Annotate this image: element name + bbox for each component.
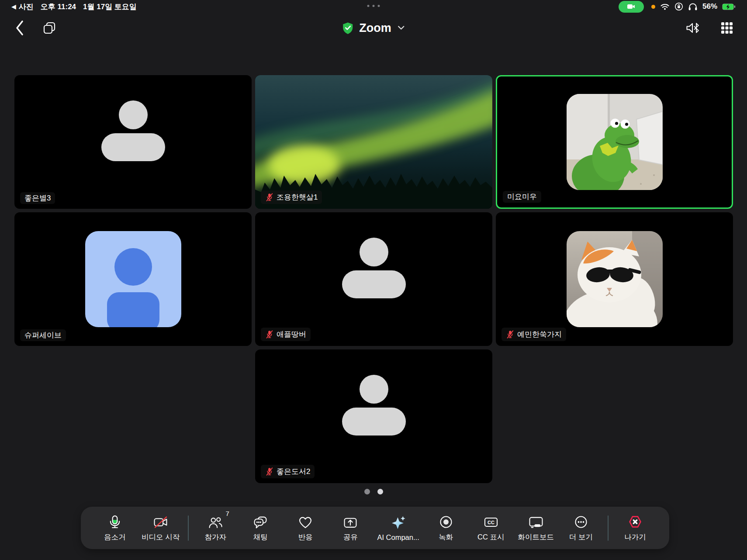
camera-in-use-pill[interactable] [619, 1, 644, 13]
video-off-icon [153, 514, 169, 529]
closed-captions-button[interactable]: CC CC 표시 [473, 514, 509, 542]
ai-companion-button[interactable]: AI Compan... [377, 515, 419, 542]
start-video-button[interactable]: 비디오 시작 [142, 514, 180, 542]
toolbar-label: 공유 [343, 532, 358, 542]
avatar-silhouette [94, 99, 173, 164]
participant-name-tag: 조용한햇살1 [261, 190, 322, 204]
back-to-app-label: 사진 [19, 2, 34, 12]
multitask-dots-indicator [367, 5, 380, 7]
participant-tile[interactable]: 좋은별3 [14, 75, 252, 209]
ai-sparkle-icon [391, 515, 406, 530]
chevron-down-icon [397, 25, 405, 31]
muted-mic-icon [506, 330, 514, 339]
back-button[interactable] [14, 19, 24, 37]
record-icon [439, 514, 453, 529]
whiteboard-button[interactable]: 화이트보드 [518, 514, 554, 542]
participant-tile[interactable]: 조용한햇살1 [255, 75, 492, 209]
microphone-icon [108, 514, 121, 529]
leave-button[interactable]: 나가기 [617, 514, 654, 542]
toolbar-label: 화이트보드 [518, 532, 554, 542]
participant-name-tag: 예민한쑥가지 [501, 328, 566, 341]
orientation-lock-icon [674, 2, 683, 11]
date: 1월 17일 토요일 [83, 2, 137, 12]
meeting-nav-bar: Zoom [0, 13, 747, 43]
battery-percent-label: 56% [702, 2, 717, 11]
battery-charging-icon [722, 3, 736, 10]
toolbar-label: AI Compan... [377, 533, 419, 542]
status-bar: ◀ 사진 오후 11:24 1월 17일 토요일 [0, 0, 747, 13]
meeting-title-dropdown[interactable]: Zoom [342, 13, 405, 43]
cc-icon: CC [483, 514, 499, 529]
participant-name: 애플땅버 [277, 331, 306, 338]
participants-button[interactable]: 7 참가자 [197, 514, 234, 542]
participant-name: 좋은별3 [24, 194, 51, 202]
profile-image-blue-avatar [85, 231, 181, 327]
participants-icon: 7 [208, 514, 223, 529]
participant-name-tag: 좋은도서2 [261, 465, 315, 478]
toolbar-label: 비디오 시작 [142, 532, 180, 542]
encryption-shield-icon [342, 22, 353, 34]
leave-hexagon-icon [628, 514, 643, 529]
chat-icon [253, 514, 268, 529]
chevron-left-icon [14, 19, 24, 37]
muted-mic-icon [265, 193, 273, 202]
video-grid: 좋은별3 [14, 75, 733, 483]
toolbar-label: 채팅 [253, 532, 268, 542]
back-to-app-icon: ◀ [11, 3, 16, 10]
participants-count-badge: 7 [225, 510, 229, 517]
share-icon [342, 514, 358, 529]
avatar-silhouette [335, 373, 413, 439]
record-button[interactable]: 녹화 [428, 514, 464, 542]
overlapping-windows-icon [42, 21, 57, 35]
meeting-title: Zoom [359, 21, 391, 35]
toolbar-label: 반응 [298, 532, 313, 542]
participant-name: 조용한햇살1 [277, 194, 318, 201]
participant-name: 예민한쑥가지 [517, 331, 562, 338]
more-button[interactable]: 더 보기 [563, 514, 599, 542]
view-layout-button[interactable] [721, 22, 733, 34]
participant-tile-active-speaker[interactable]: 미요미우 [496, 75, 733, 209]
clock: 오후 11:24 [41, 2, 76, 12]
participant-tile[interactable]: 슈퍼세이브 [14, 212, 252, 346]
multi-window-button[interactable] [42, 21, 57, 35]
grid-view-icon [721, 22, 733, 34]
participant-name: 슈퍼세이브 [24, 332, 62, 339]
participant-name-tag: 슈퍼세이브 [20, 329, 66, 341]
muted-mic-icon [265, 330, 273, 339]
aurora-video-feed [255, 75, 492, 209]
audio-output-button[interactable] [685, 21, 702, 35]
participant-name-tag: 좋은별3 [20, 192, 55, 204]
participant-tile[interactable]: 애플땅버 [255, 212, 492, 346]
page-dot-1[interactable] [364, 489, 370, 494]
participant-tile[interactable]: 예민한쑥가지 [496, 212, 733, 346]
toolbar-label: 음소거 [104, 532, 126, 542]
profile-image-kermit [567, 94, 663, 190]
toolbar-label: 녹화 [439, 532, 453, 542]
back-to-app-indicator[interactable]: ◀ 사진 [11, 2, 34, 12]
speaker-bluetooth-icon [685, 21, 702, 35]
chat-button[interactable]: 채팅 [242, 514, 279, 542]
muted-mic-icon [265, 467, 273, 476]
wifi-icon [660, 3, 670, 10]
reactions-button[interactable]: 반응 [287, 514, 324, 542]
participant-name-tag: 애플땅버 [261, 328, 311, 341]
page-indicator[interactable] [0, 489, 747, 494]
whiteboard-icon [528, 514, 544, 529]
meeting-toolbar: 음소거 비디오 시작 7 참가자 [81, 507, 669, 549]
toolbar-label: 나가기 [624, 532, 646, 542]
share-button[interactable]: 공유 [332, 514, 369, 542]
profile-image-cat [567, 231, 663, 327]
participant-name-tag: 미요미우 [503, 191, 541, 203]
svg-text:CC: CC [488, 520, 495, 525]
avatar-silhouette [335, 236, 413, 301]
toolbar-label: 더 보기 [569, 532, 593, 542]
microphone-in-use-dot [651, 5, 655, 9]
camera-icon [626, 3, 636, 10]
mute-button[interactable]: 음소거 [97, 514, 133, 542]
participant-tile[interactable]: 좋은도서2 [255, 349, 492, 483]
more-ellipsis-icon [574, 514, 588, 529]
participant-name: 미요미우 [507, 193, 537, 200]
page-dot-2[interactable] [377, 489, 383, 494]
participant-name: 좋은도서2 [277, 468, 310, 475]
toolbar-label: CC 표시 [477, 532, 504, 542]
